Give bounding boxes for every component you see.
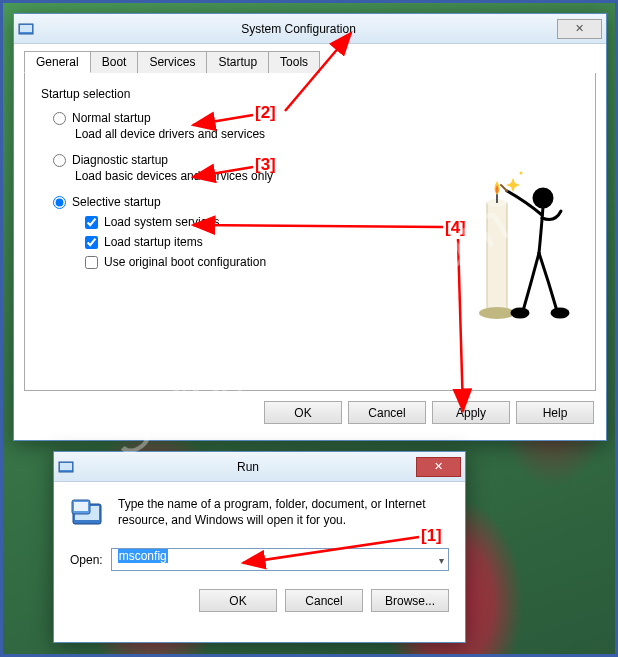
radio-normal-input[interactable] [53,112,66,125]
tab-tools[interactable]: Tools [268,51,320,73]
run-browse-button[interactable]: Browse... [371,589,449,612]
sysconfig-icon [18,21,34,37]
run-titlebar[interactable]: Run ✕ [54,452,465,482]
open-label: Open: [70,553,103,567]
tab-panel-general: Startup selection Normal startup Load al… [24,73,596,391]
tab-strip: General Boot Services Startup Tools [24,51,596,74]
svg-point-3 [479,307,515,319]
check-load-startup-label: Load startup items [104,235,203,249]
svg-rect-2 [487,203,507,313]
run-cancel-button[interactable]: Cancel [285,589,363,612]
apply-button[interactable]: Apply [432,401,510,424]
tab-general[interactable]: General [24,51,91,73]
normal-desc: Load all device drivers and services [75,127,579,141]
close-icon: ✕ [434,460,443,473]
radio-normal-startup[interactable]: Normal startup [53,111,579,125]
run-icon [70,496,106,532]
help-button[interactable]: Help [516,401,594,424]
svg-point-8 [512,309,528,317]
tab-startup[interactable]: Startup [206,51,269,73]
run-ok-button[interactable]: OK [199,589,277,612]
svg-rect-12 [60,463,72,470]
open-input[interactable]: msconfig [111,548,449,571]
radio-selective-label: Selective startup [72,195,161,209]
ok-button[interactable]: OK [264,401,342,424]
candle-illustration [465,143,575,333]
radio-selective-input[interactable] [53,196,66,209]
svg-rect-16 [74,502,88,511]
check-load-startup-input[interactable] [85,236,98,249]
tab-services[interactable]: Services [137,51,207,73]
titlebar[interactable]: System Configuration ✕ [14,14,606,44]
check-original-boot-input[interactable] [85,256,98,269]
check-load-services-input[interactable] [85,216,98,229]
svg-point-7 [534,189,552,207]
svg-point-6 [520,172,523,175]
radio-diagnostic-label: Diagnostic startup [72,153,168,167]
button-row: OK Cancel Apply Help [24,391,596,424]
cancel-button[interactable]: Cancel [348,401,426,424]
svg-point-9 [552,309,568,317]
run-title: Run [80,460,416,474]
run-dialog: Run ✕ Type the name of a program, folder… [53,451,466,643]
close-button[interactable]: ✕ [557,19,602,39]
group-label: Startup selection [41,87,579,101]
run-close-button[interactable]: ✕ [416,457,461,477]
window-title: System Configuration [40,22,557,36]
system-configuration-window: System Configuration ✕ General Boot Serv… [13,13,607,441]
run-description: Type the name of a program, folder, docu… [118,496,449,532]
tab-boot[interactable]: Boot [90,51,139,73]
check-load-services-label: Load system services [104,215,219,229]
check-original-boot-label: Use original boot configuration [104,255,266,269]
radio-diagnostic-input[interactable] [53,154,66,167]
run-window-icon [58,459,74,475]
run-button-row: OK Cancel Browse... [70,589,449,612]
svg-line-10 [501,185,507,191]
open-combobox[interactable]: msconfig ▾ [111,548,449,571]
svg-rect-1 [20,25,32,32]
close-icon: ✕ [575,22,584,35]
radio-normal-label: Normal startup [72,111,151,125]
